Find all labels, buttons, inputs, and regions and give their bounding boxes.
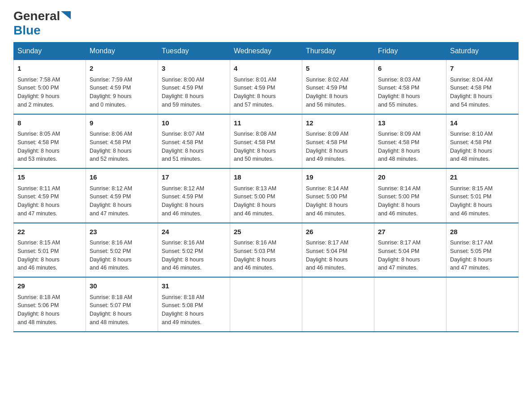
- logo-triangle-icon: [61, 11, 71, 19]
- day-number: 7: [450, 64, 515, 74]
- calendar-cell: 22Sunrise: 8:15 AMSunset: 5:01 PMDayligh…: [14, 223, 86, 278]
- logo-blue: Blue: [13, 23, 41, 37]
- day-number: 20: [378, 172, 442, 183]
- calendar-cell: 26Sunrise: 8:17 AMSunset: 5:04 PMDayligh…: [302, 223, 374, 278]
- day-info: Sunrise: 8:09 AMSunset: 4:58 PMDaylight:…: [306, 130, 370, 163]
- day-info: Sunrise: 8:17 AMSunset: 5:05 PMDaylight:…: [450, 239, 515, 272]
- calendar-cell: [374, 277, 446, 332]
- day-number: 30: [90, 281, 154, 291]
- day-info: Sunrise: 7:58 AMSunset: 5:00 PMDaylight:…: [17, 76, 82, 109]
- day-number: 10: [162, 118, 226, 128]
- calendar-cell: 10Sunrise: 8:07 AMSunset: 4:58 PMDayligh…: [158, 114, 230, 169]
- calendar-cell: 5Sunrise: 8:02 AMSunset: 4:59 PMDaylight…: [302, 60, 374, 114]
- day-info: Sunrise: 8:18 AMSunset: 5:08 PMDaylight:…: [162, 293, 226, 327]
- calendar-cell: 3Sunrise: 8:00 AMSunset: 4:59 PMDaylight…: [158, 60, 230, 114]
- calendar-cell: 19Sunrise: 8:14 AMSunset: 5:00 PMDayligh…: [302, 168, 374, 223]
- calendar-table: SundayMondayTuesdayWednesdayThursdayFrid…: [13, 42, 519, 332]
- calendar-cell: 9Sunrise: 8:06 AMSunset: 4:58 PMDaylight…: [86, 114, 158, 169]
- calendar-cell: 29Sunrise: 8:18 AMSunset: 5:06 PMDayligh…: [14, 277, 86, 332]
- day-info: Sunrise: 8:16 AMSunset: 5:02 PMDaylight:…: [90, 239, 154, 272]
- day-info: Sunrise: 8:06 AMSunset: 4:58 PMDaylight:…: [90, 130, 154, 163]
- day-info: Sunrise: 8:02 AMSunset: 4:59 PMDaylight:…: [306, 76, 370, 109]
- day-info: Sunrise: 8:00 AMSunset: 4:59 PMDaylight:…: [162, 76, 226, 109]
- day-number: 9: [90, 118, 154, 128]
- day-number: 2: [90, 64, 154, 74]
- weekday-header-tuesday: Tuesday: [158, 43, 230, 60]
- day-info: Sunrise: 8:15 AMSunset: 5:01 PMDaylight:…: [17, 239, 82, 272]
- day-number: 11: [234, 118, 298, 128]
- day-info: Sunrise: 7:59 AMSunset: 4:59 PMDaylight:…: [90, 76, 154, 109]
- day-info: Sunrise: 8:13 AMSunset: 5:00 PMDaylight:…: [234, 184, 298, 218]
- day-number: 6: [378, 64, 442, 74]
- day-number: 12: [306, 118, 370, 128]
- calendar-cell: 27Sunrise: 8:17 AMSunset: 5:04 PMDayligh…: [374, 223, 446, 278]
- day-info: Sunrise: 8:09 AMSunset: 4:58 PMDaylight:…: [378, 130, 442, 163]
- calendar-cell: 15Sunrise: 8:11 AMSunset: 4:59 PMDayligh…: [14, 168, 86, 223]
- day-number: 8: [17, 118, 82, 128]
- day-info: Sunrise: 8:03 AMSunset: 4:58 PMDaylight:…: [378, 76, 442, 109]
- calendar-cell: 25Sunrise: 8:16 AMSunset: 5:03 PMDayligh…: [230, 223, 302, 278]
- calendar-cell: 24Sunrise: 8:16 AMSunset: 5:02 PMDayligh…: [158, 223, 230, 278]
- day-info: Sunrise: 8:08 AMSunset: 4:58 PMDaylight:…: [234, 130, 298, 163]
- week-row-2: 8Sunrise: 8:05 AMSunset: 4:58 PMDaylight…: [14, 114, 519, 169]
- logo: General Blue: [13, 9, 71, 38]
- calendar-cell: 4Sunrise: 8:01 AMSunset: 4:59 PMDaylight…: [230, 60, 302, 114]
- page-header: General Blue: [13, 9, 519, 38]
- day-number: 3: [162, 64, 226, 74]
- calendar-cell: 21Sunrise: 8:15 AMSunset: 5:01 PMDayligh…: [446, 168, 519, 223]
- week-row-4: 22Sunrise: 8:15 AMSunset: 5:01 PMDayligh…: [14, 223, 519, 278]
- day-number: 27: [378, 227, 442, 237]
- calendar-cell: 12Sunrise: 8:09 AMSunset: 4:58 PMDayligh…: [302, 114, 374, 169]
- day-info: Sunrise: 8:17 AMSunset: 5:04 PMDaylight:…: [306, 239, 370, 272]
- day-info: Sunrise: 8:10 AMSunset: 4:58 PMDaylight:…: [450, 130, 515, 163]
- day-info: Sunrise: 8:16 AMSunset: 5:02 PMDaylight:…: [162, 239, 226, 272]
- calendar-cell: 18Sunrise: 8:13 AMSunset: 5:00 PMDayligh…: [230, 168, 302, 223]
- day-number: 23: [90, 227, 154, 237]
- calendar-cell: 23Sunrise: 8:16 AMSunset: 5:02 PMDayligh…: [86, 223, 158, 278]
- calendar-cell: 2Sunrise: 7:59 AMSunset: 4:59 PMDaylight…: [86, 60, 158, 114]
- day-info: Sunrise: 8:14 AMSunset: 5:00 PMDaylight:…: [378, 184, 442, 218]
- calendar-cell: 6Sunrise: 8:03 AMSunset: 4:58 PMDaylight…: [374, 60, 446, 114]
- calendar-cell: [446, 277, 519, 332]
- day-number: 1: [17, 64, 82, 74]
- day-info: Sunrise: 8:18 AMSunset: 5:06 PMDaylight:…: [17, 293, 82, 327]
- calendar-cell: 31Sunrise: 8:18 AMSunset: 5:08 PMDayligh…: [158, 277, 230, 332]
- day-info: Sunrise: 8:05 AMSunset: 4:58 PMDaylight:…: [17, 130, 82, 163]
- calendar-cell: [302, 277, 374, 332]
- week-row-1: 1Sunrise: 7:58 AMSunset: 5:00 PMDaylight…: [14, 60, 519, 114]
- day-number: 24: [162, 227, 226, 237]
- calendar-cell: 28Sunrise: 8:17 AMSunset: 5:05 PMDayligh…: [446, 223, 519, 278]
- day-number: 28: [450, 227, 515, 237]
- calendar-cell: 1Sunrise: 7:58 AMSunset: 5:00 PMDaylight…: [14, 60, 86, 114]
- calendar-cell: 30Sunrise: 8:18 AMSunset: 5:07 PMDayligh…: [86, 277, 158, 332]
- week-row-3: 15Sunrise: 8:11 AMSunset: 4:59 PMDayligh…: [14, 168, 519, 223]
- day-info: Sunrise: 8:15 AMSunset: 5:01 PMDaylight:…: [450, 184, 515, 218]
- day-number: 25: [234, 227, 298, 237]
- calendar-cell: 16Sunrise: 8:12 AMSunset: 4:59 PMDayligh…: [86, 168, 158, 223]
- day-number: 15: [17, 172, 82, 183]
- day-info: Sunrise: 8:16 AMSunset: 5:03 PMDaylight:…: [234, 239, 298, 272]
- calendar-cell: 7Sunrise: 8:04 AMSunset: 4:58 PMDaylight…: [446, 60, 519, 114]
- day-number: 18: [234, 172, 298, 183]
- day-number: 29: [17, 281, 82, 291]
- weekday-header-thursday: Thursday: [302, 43, 374, 60]
- logo-general: General: [13, 9, 60, 23]
- day-info: Sunrise: 8:12 AMSunset: 4:59 PMDaylight:…: [162, 184, 226, 218]
- calendar-cell: 20Sunrise: 8:14 AMSunset: 5:00 PMDayligh…: [374, 168, 446, 223]
- day-info: Sunrise: 8:04 AMSunset: 4:58 PMDaylight:…: [450, 76, 515, 109]
- weekday-header-monday: Monday: [86, 43, 158, 60]
- calendar-cell: 17Sunrise: 8:12 AMSunset: 4:59 PMDayligh…: [158, 168, 230, 223]
- day-number: 31: [162, 281, 226, 291]
- day-info: Sunrise: 8:07 AMSunset: 4:58 PMDaylight:…: [162, 130, 226, 163]
- calendar-cell: 13Sunrise: 8:09 AMSunset: 4:58 PMDayligh…: [374, 114, 446, 169]
- day-number: 21: [450, 172, 515, 183]
- week-row-5: 29Sunrise: 8:18 AMSunset: 5:06 PMDayligh…: [14, 277, 519, 332]
- day-info: Sunrise: 8:17 AMSunset: 5:04 PMDaylight:…: [378, 239, 442, 272]
- day-info: Sunrise: 8:14 AMSunset: 5:00 PMDaylight:…: [306, 184, 370, 218]
- day-number: 22: [17, 227, 82, 237]
- calendar-cell: 8Sunrise: 8:05 AMSunset: 4:58 PMDaylight…: [14, 114, 86, 169]
- day-number: 14: [450, 118, 515, 128]
- day-info: Sunrise: 8:18 AMSunset: 5:07 PMDaylight:…: [90, 293, 154, 327]
- day-info: Sunrise: 8:12 AMSunset: 4:59 PMDaylight:…: [90, 184, 154, 218]
- day-number: 13: [378, 118, 442, 128]
